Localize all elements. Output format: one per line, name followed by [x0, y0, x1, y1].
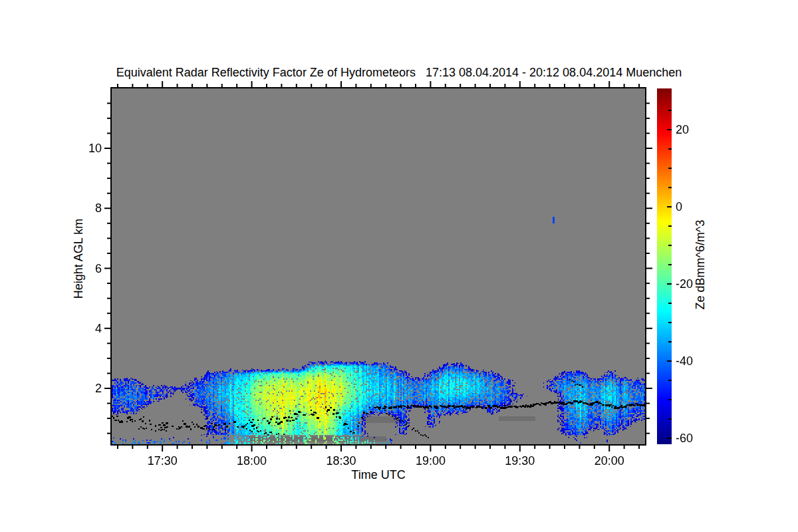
chart-title: Equivalent Radar Reflectivity Factor Ze … [0, 66, 798, 80]
colorbar-tick-label: -60 [676, 432, 693, 445]
colorbar-label: Ze dBmm^6/m^3 [694, 220, 708, 310]
colorbar-tick-label: 0 [676, 200, 682, 213]
radar-reflectivity-plot-page: Equivalent Radar Reflectivity Factor Ze … [0, 0, 798, 532]
x-tick-label: 18:30 [326, 454, 356, 467]
colorbar-tick-label: -20 [676, 277, 693, 291]
y-tick-label: 2 [95, 382, 102, 395]
y-tick-label: 8 [95, 201, 102, 215]
x-tick-label: 19:00 [416, 454, 446, 467]
x-axis-label: Time UTC [351, 468, 405, 482]
y-tick-label: 6 [95, 262, 102, 275]
reflectivity-heatmap-canvas [112, 88, 645, 444]
x-tick-label: 20:00 [595, 454, 624, 467]
x-tick-label: 17:30 [148, 454, 178, 467]
y-tick-label: 4 [95, 322, 102, 335]
colorbar-tick-label: -40 [676, 354, 693, 368]
plot-area [110, 87, 646, 446]
x-tick-label: 19:30 [505, 454, 535, 467]
colorbar-tick-label: 20 [676, 123, 689, 136]
y-axis-label: Height AGL km [72, 219, 86, 299]
x-tick-label: 18:00 [237, 454, 267, 467]
y-tick-label: 10 [88, 142, 102, 155]
colorbar-gradient [657, 88, 672, 444]
